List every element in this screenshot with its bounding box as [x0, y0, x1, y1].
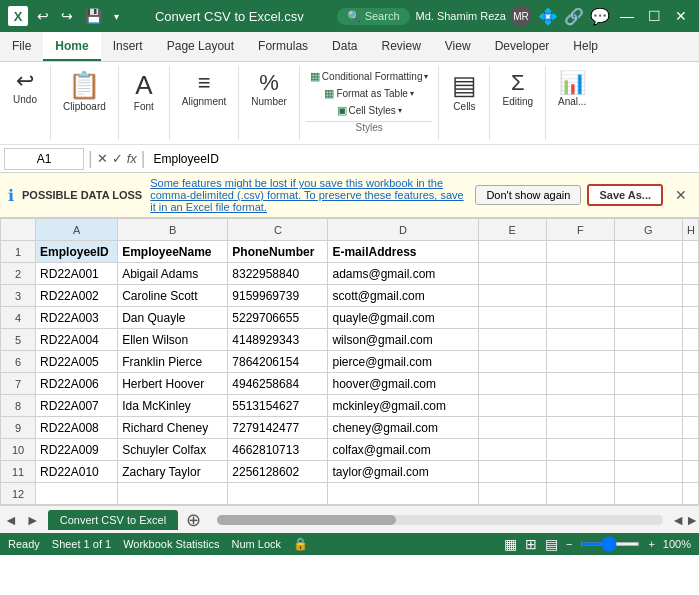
cell[interactable] [614, 483, 682, 505]
cell[interactable]: hoover@gmail.com [328, 373, 478, 395]
cell[interactable] [328, 483, 478, 505]
cell[interactable]: mckinley@gmail.com [328, 395, 478, 417]
cell[interactable]: EmployeeID [36, 241, 118, 263]
tab-developer[interactable]: Developer [483, 32, 562, 61]
cell[interactable] [614, 439, 682, 461]
col-header-d[interactable]: D [328, 219, 478, 241]
cell[interactable]: Franklin Pierce [118, 351, 228, 373]
cell[interactable]: 7279142477 [228, 417, 328, 439]
cell[interactable] [478, 329, 546, 351]
cell[interactable]: RD22A007 [36, 395, 118, 417]
tab-review[interactable]: Review [369, 32, 432, 61]
cell[interactable]: colfax@gmail.com [328, 439, 478, 461]
cell[interactable] [614, 417, 682, 439]
quick-access-redo[interactable]: ↪ [58, 8, 76, 24]
cell[interactable] [614, 285, 682, 307]
row-header[interactable]: 2 [1, 263, 36, 285]
formula-confirm-btn[interactable]: ✓ [112, 151, 123, 166]
cell[interactable] [478, 285, 546, 307]
cell[interactable] [478, 395, 546, 417]
col-header-h[interactable]: H [682, 219, 698, 241]
cell[interactable] [682, 351, 698, 373]
add-sheet-button[interactable]: ⊕ [178, 509, 209, 531]
cell[interactable]: 4148929343 [228, 329, 328, 351]
cell[interactable]: 4662810713 [228, 439, 328, 461]
cell[interactable]: adams@gmail.com [328, 263, 478, 285]
cell[interactable]: RD22A008 [36, 417, 118, 439]
cell[interactable] [614, 307, 682, 329]
close-warning-button[interactable]: ✕ [671, 187, 691, 203]
tab-view[interactable]: View [433, 32, 483, 61]
cell[interactable] [36, 483, 118, 505]
cell[interactable] [478, 373, 546, 395]
sheet-scrollbar[interactable] [217, 515, 663, 525]
cell[interactable] [478, 417, 546, 439]
row-header[interactable]: 8 [1, 395, 36, 417]
tab-data[interactable]: Data [320, 32, 369, 61]
cell[interactable] [478, 483, 546, 505]
cell[interactable]: Schuyler Colfax [118, 439, 228, 461]
quick-access-undo[interactable]: ↩ [34, 8, 52, 24]
cell[interactable]: PhoneNumber [228, 241, 328, 263]
number-button[interactable]: % Number [245, 68, 293, 109]
comments-icon[interactable]: 💬 [590, 7, 610, 26]
undo-button[interactable]: ↩ Undo [6, 68, 44, 107]
cell[interactable] [682, 395, 698, 417]
page-break-view-btn[interactable]: ▤ [545, 536, 558, 552]
cell[interactable] [478, 307, 546, 329]
cell[interactable]: Ida McKinley [118, 395, 228, 417]
cell[interactable] [682, 483, 698, 505]
zoom-in-btn[interactable]: + [648, 538, 654, 550]
cell[interactable] [546, 307, 614, 329]
editing-button[interactable]: Σ Editing [496, 68, 539, 109]
cell[interactable]: RD22A009 [36, 439, 118, 461]
col-header-b[interactable]: B [118, 219, 228, 241]
cell[interactable] [682, 285, 698, 307]
cell[interactable]: cheney@gmail.com [328, 417, 478, 439]
cell[interactable] [546, 285, 614, 307]
cell[interactable]: 7864206154 [228, 351, 328, 373]
zoom-slider[interactable] [580, 542, 640, 546]
formula-fx-btn[interactable]: fx [127, 151, 137, 166]
sheet-tab-active[interactable]: Convert CSV to Excel [48, 510, 178, 530]
row-header[interactable]: 5 [1, 329, 36, 351]
cell[interactable] [546, 395, 614, 417]
sheet-nav-left[interactable]: ◄ [0, 512, 22, 528]
cell[interactable]: 4946258684 [228, 373, 328, 395]
cell[interactable]: Caroline Scott [118, 285, 228, 307]
avatar[interactable]: MR [510, 5, 532, 27]
dont-show-again-button[interactable]: Don't show again [475, 185, 581, 205]
formula-input[interactable] [150, 152, 696, 166]
row-header[interactable]: 6 [1, 351, 36, 373]
cell[interactable] [228, 483, 328, 505]
cell[interactable] [546, 351, 614, 373]
cell[interactable] [118, 483, 228, 505]
share-icon[interactable]: 🔗 [564, 7, 584, 26]
cell[interactable] [546, 329, 614, 351]
minimize-button[interactable]: — [616, 8, 638, 24]
search-box[interactable]: 🔍 Search [337, 8, 410, 25]
warning-text[interactable]: Some features might be lost if you save … [150, 177, 467, 213]
col-header-e[interactable]: E [478, 219, 546, 241]
cell[interactable] [682, 373, 698, 395]
col-header-c[interactable]: C [228, 219, 328, 241]
cell[interactable]: quayle@gmail.com [328, 307, 478, 329]
col-header-f[interactable]: F [546, 219, 614, 241]
cell[interactable] [682, 307, 698, 329]
analysis-button[interactable]: 📊 Anal... [552, 68, 592, 109]
cell[interactable] [614, 351, 682, 373]
cell[interactable]: RD22A004 [36, 329, 118, 351]
alignment-button[interactable]: ≡ Alignment [176, 68, 232, 109]
cell[interactable]: 2256128602 [228, 461, 328, 483]
cell[interactable] [614, 373, 682, 395]
cell[interactable]: Zachary Taylor [118, 461, 228, 483]
cell[interactable] [546, 483, 614, 505]
quick-access-save[interactable]: 💾 [82, 8, 105, 24]
cell[interactable] [546, 461, 614, 483]
cell[interactable]: 5229706655 [228, 307, 328, 329]
cell[interactable] [478, 241, 546, 263]
tab-help[interactable]: Help [561, 32, 610, 61]
cell[interactable]: Abigail Adams [118, 263, 228, 285]
cell[interactable] [682, 241, 698, 263]
row-header[interactable]: 9 [1, 417, 36, 439]
